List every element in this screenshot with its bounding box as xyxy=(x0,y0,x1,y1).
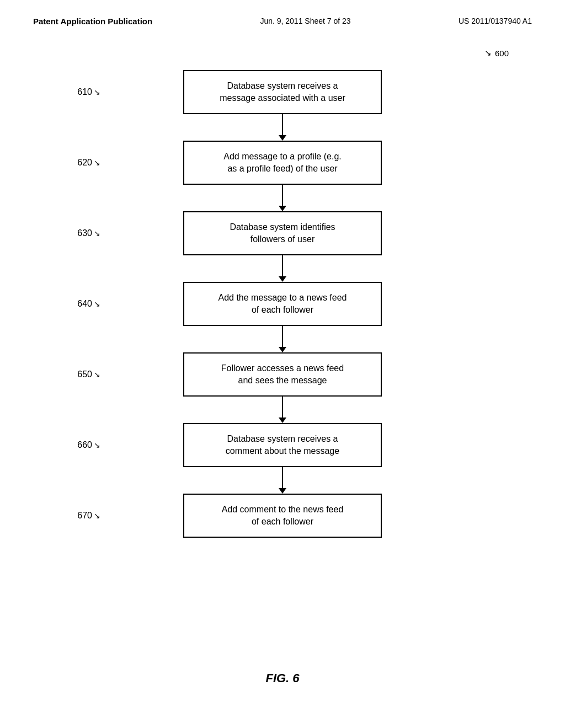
step-box-660: Database system receives acomment about … xyxy=(183,423,382,467)
header-left: Patent Application Publication xyxy=(33,17,152,26)
step-num-640: 640 ↘ xyxy=(45,299,106,309)
ref-600-arrow-icon: ↘ xyxy=(484,48,492,58)
step-row-670: 670 ↘ Add comment to the news feedof eac… xyxy=(45,494,520,538)
arrow-tip-icon xyxy=(279,417,286,423)
page-header: Patent Application Publication Jun. 9, 2… xyxy=(0,0,565,26)
arrow-tip-icon xyxy=(279,135,286,141)
arrow-tip-icon xyxy=(279,206,286,211)
step-num-670: 670 ↘ xyxy=(45,511,106,521)
step-row-610: 610 ↘ Database system receives amessage … xyxy=(45,70,520,114)
step-box-630: Database system identifiesfollowers of u… xyxy=(183,211,382,255)
header-right: US 2011/0137940 A1 xyxy=(459,17,532,25)
arrow-tip-icon xyxy=(279,347,286,352)
step-row-640: 640 ↘ Add the message to a news feedof e… xyxy=(45,282,520,326)
step-row-620: 620 ↘ Add message to a profile (e.g.as a… xyxy=(45,141,520,185)
step-num-660: 660 ↘ xyxy=(45,440,106,450)
ref-600: ↘ 600 xyxy=(484,48,509,58)
header-center: Jun. 9, 2011 Sheet 7 of 23 xyxy=(260,17,350,25)
arrow-shaft xyxy=(282,114,283,135)
step-box-650: Follower accesses a news feedand sees th… xyxy=(183,352,382,397)
step-num-620: 620 ↘ xyxy=(45,158,106,168)
step-num-630: 630 ↘ xyxy=(45,228,106,238)
arrow-660-670 xyxy=(45,467,520,494)
diagram-area: ↘ 600 610 ↘ Database system receives ame… xyxy=(45,48,520,655)
arrow-630-640 xyxy=(45,255,520,282)
step-box-620: Add message to a profile (e.g.as a profi… xyxy=(183,141,382,185)
arrow-shaft xyxy=(282,397,283,417)
arrow-650-660 xyxy=(45,397,520,423)
arrow-shaft xyxy=(282,326,283,347)
ref-600-label: 600 xyxy=(495,49,509,58)
arrow-620-630 xyxy=(45,185,520,211)
step-box-640: Add the message to a news feedof each fo… xyxy=(183,282,382,326)
figure-label: FIG. 6 xyxy=(0,671,565,702)
step-box-670: Add comment to the news feedof each foll… xyxy=(183,494,382,538)
arrow-shaft xyxy=(282,255,283,276)
step-box-610: Database system receives amessage associ… xyxy=(183,70,382,114)
arrow-640-650 xyxy=(45,326,520,352)
arrow-shaft xyxy=(282,467,283,488)
step-num-610: 610 ↘ xyxy=(45,87,106,97)
arrow-tip-icon xyxy=(279,276,286,282)
step-num-650: 650 ↘ xyxy=(45,370,106,379)
arrow-610-620 xyxy=(45,114,520,141)
flow-container: 610 ↘ Database system receives amessage … xyxy=(45,70,520,538)
arrow-shaft xyxy=(282,185,283,206)
step-row-660: 660 ↘ Database system receives acomment … xyxy=(45,423,520,467)
step-row-630: 630 ↘ Database system identifiesfollower… xyxy=(45,211,520,255)
arrow-tip-icon xyxy=(279,488,286,494)
step-row-650: 650 ↘ Follower accesses a news feedand s… xyxy=(45,352,520,397)
